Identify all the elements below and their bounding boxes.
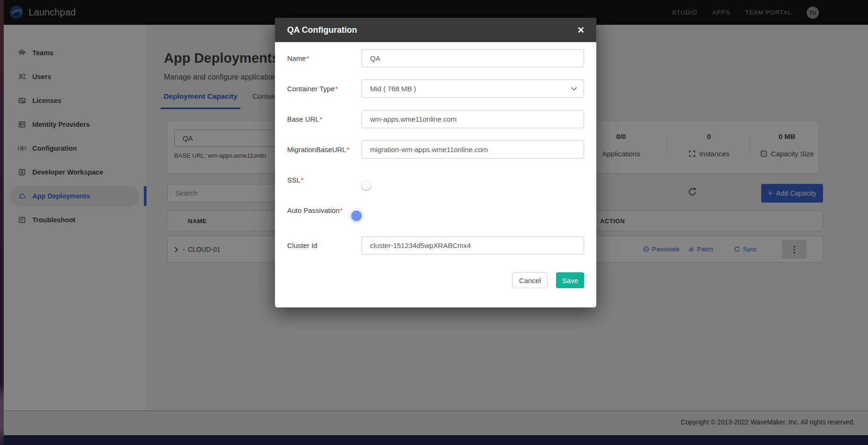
name-input[interactable] [362,49,584,67]
required-marker: * [347,146,349,153]
close-icon[interactable]: × [578,24,584,36]
field-row-migration-base-url: MigrationBaseURL* [287,140,584,159]
field-label: Name* [287,54,362,62]
cluster-id-input[interactable] [362,236,584,255]
cancel-button[interactable]: Cancel [512,272,548,288]
modal-actions: Cancel Save [287,272,584,288]
field-row-container-type: Container Type* Mid ( 768 MB ) [287,80,584,98]
required-marker: * [340,206,343,214]
qa-configuration-modal: QA Configuration × Name* Container Type*… [275,18,596,307]
field-label: Container Type* [287,85,362,93]
required-marker: * [319,115,322,123]
save-button[interactable]: Save [556,272,584,288]
field-row-auto-passivation: Auto Passivation* [287,201,584,219]
field-label: MigrationBaseURL* [287,146,362,153]
modal-header: QA Configuration × [275,18,596,42]
field-row-cluster-id: Cluster Id [287,236,584,255]
chevron-down-icon [571,87,577,91]
required-marker: * [335,85,338,93]
base-url-input[interactable] [362,110,584,128]
modal-title: QA Configuration [287,25,357,35]
modal-body: Name* Container Type* Mid ( 768 MB ) Bas… [275,42,596,288]
field-label: Auto Passivation* [287,206,362,214]
container-type-select[interactable]: Mid ( 768 MB ) [362,80,584,98]
required-marker: * [306,54,309,62]
field-row-ssl: SSL* [287,171,584,189]
required-marker: * [301,176,304,184]
field-label: Base URL* [287,115,362,123]
container-type-value: Mid ( 768 MB ) [370,85,416,93]
field-row-base-url: Base URL* [287,110,584,128]
migration-base-url-input[interactable] [362,140,584,159]
field-label: Cluster Id [287,241,362,249]
field-label: SSL* [287,176,362,184]
field-row-name: Name* [287,49,584,67]
app-window: Launchpad STUDIO APPS TEAM PORTAL TU Tea… [0,0,868,445]
